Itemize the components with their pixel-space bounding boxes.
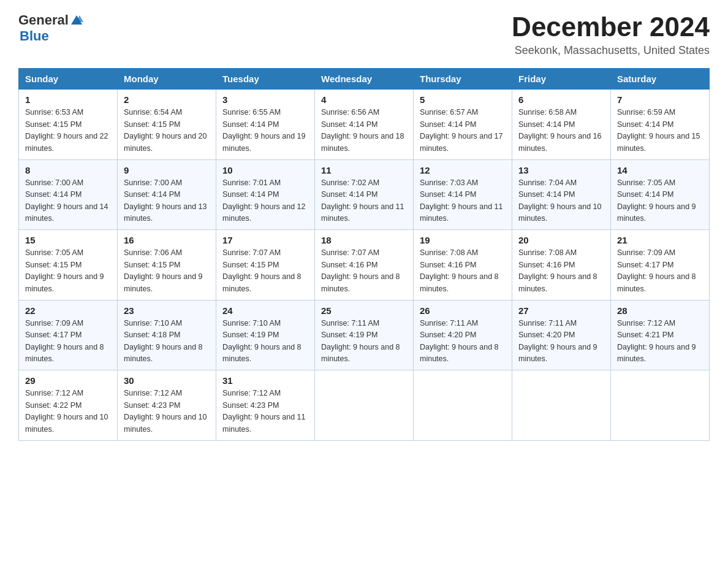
day-number: 27 xyxy=(518,305,604,316)
day-info: Sunrise: 7:11 AMSunset: 4:20 PMDaylight:… xyxy=(420,319,499,363)
day-number: 7 xyxy=(617,94,703,105)
day-info: Sunrise: 7:00 AMSunset: 4:14 PMDaylight:… xyxy=(25,178,108,223)
col-sunday: Sunday xyxy=(19,69,118,90)
day-cell: 6 Sunrise: 6:58 AMSunset: 4:14 PMDayligh… xyxy=(512,90,611,160)
day-info: Sunrise: 6:55 AMSunset: 4:14 PMDaylight:… xyxy=(222,108,306,152)
day-info: Sunrise: 7:05 AMSunset: 4:14 PMDaylight:… xyxy=(617,178,696,223)
day-number: 30 xyxy=(124,375,210,386)
day-info: Sunrise: 7:11 AMSunset: 4:20 PMDaylight:… xyxy=(518,319,597,363)
day-cell: 11 Sunrise: 7:02 AMSunset: 4:14 PMDaylig… xyxy=(315,159,414,230)
day-number: 9 xyxy=(124,165,210,175)
day-cell xyxy=(414,370,512,441)
day-number: 13 xyxy=(518,165,604,175)
day-cell: 18 Sunrise: 7:07 AMSunset: 4:16 PMDaylig… xyxy=(315,230,414,301)
day-info: Sunrise: 7:05 AMSunset: 4:15 PMDaylight:… xyxy=(25,248,104,293)
day-cell: 13 Sunrise: 7:04 AMSunset: 4:14 PMDaylig… xyxy=(512,159,611,230)
col-friday: Friday xyxy=(512,69,611,90)
day-cell: 3 Sunrise: 6:55 AMSunset: 4:14 PMDayligh… xyxy=(216,90,315,160)
day-number: 10 xyxy=(222,165,308,175)
day-info: Sunrise: 7:06 AMSunset: 4:15 PMDaylight:… xyxy=(124,248,203,293)
day-number: 17 xyxy=(222,235,308,245)
day-info: Sunrise: 6:57 AMSunset: 4:14 PMDaylight:… xyxy=(420,108,503,152)
title-section: December 2024 Seekonk, Massachusetts, Un… xyxy=(512,12,710,57)
day-cell: 19 Sunrise: 7:08 AMSunset: 4:16 PMDaylig… xyxy=(414,230,512,301)
week-row-2: 8 Sunrise: 7:00 AMSunset: 4:14 PMDayligh… xyxy=(19,159,710,230)
day-info: Sunrise: 7:11 AMSunset: 4:19 PMDaylight:… xyxy=(321,319,400,363)
day-cell: 14 Sunrise: 7:05 AMSunset: 4:14 PMDaylig… xyxy=(611,159,710,230)
day-info: Sunrise: 7:12 AMSunset: 4:23 PMDaylight:… xyxy=(222,389,306,433)
logo-blue-text: Blue xyxy=(20,28,49,44)
day-number: 28 xyxy=(617,305,703,316)
day-info: Sunrise: 7:09 AMSunset: 4:17 PMDaylight:… xyxy=(25,319,104,363)
day-info: Sunrise: 7:12 AMSunset: 4:21 PMDaylight:… xyxy=(617,319,696,363)
day-number: 22 xyxy=(25,305,111,316)
col-saturday: Saturday xyxy=(611,69,710,90)
day-info: Sunrise: 7:02 AMSunset: 4:14 PMDaylight:… xyxy=(321,178,404,223)
week-row-5: 29 Sunrise: 7:12 AMSunset: 4:22 PMDaylig… xyxy=(19,370,710,441)
day-number: 31 xyxy=(222,375,308,386)
day-cell: 5 Sunrise: 6:57 AMSunset: 4:14 PMDayligh… xyxy=(414,90,512,160)
day-info: Sunrise: 7:01 AMSunset: 4:14 PMDaylight:… xyxy=(222,178,306,223)
day-cell: 22 Sunrise: 7:09 AMSunset: 4:17 PMDaylig… xyxy=(19,300,118,370)
day-cell: 16 Sunrise: 7:06 AMSunset: 4:15 PMDaylig… xyxy=(118,230,216,301)
day-cell: 24 Sunrise: 7:10 AMSunset: 4:19 PMDaylig… xyxy=(216,300,315,370)
logo-icon xyxy=(70,13,83,27)
calendar-table: Sunday Monday Tuesday Wednesday Thursday… xyxy=(18,68,710,441)
day-number: 1 xyxy=(25,94,111,105)
day-cell: 2 Sunrise: 6:54 AMSunset: 4:15 PMDayligh… xyxy=(118,90,216,160)
day-number: 14 xyxy=(617,165,703,175)
day-number: 5 xyxy=(420,94,506,105)
week-row-4: 22 Sunrise: 7:09 AMSunset: 4:17 PMDaylig… xyxy=(19,300,710,370)
day-number: 12 xyxy=(420,165,506,175)
day-info: Sunrise: 7:03 AMSunset: 4:14 PMDaylight:… xyxy=(420,178,503,223)
day-cell: 31 Sunrise: 7:12 AMSunset: 4:23 PMDaylig… xyxy=(216,370,315,441)
day-info: Sunrise: 6:54 AMSunset: 4:15 PMDaylight:… xyxy=(124,108,207,152)
day-cell xyxy=(315,370,414,441)
day-cell: 28 Sunrise: 7:12 AMSunset: 4:21 PMDaylig… xyxy=(611,300,710,370)
day-cell xyxy=(611,370,710,441)
col-thursday: Thursday xyxy=(414,69,512,90)
day-cell: 26 Sunrise: 7:11 AMSunset: 4:20 PMDaylig… xyxy=(414,300,512,370)
location-title: Seekonk, Massachusetts, United States xyxy=(512,44,710,57)
day-number: 20 xyxy=(518,235,604,245)
day-info: Sunrise: 7:08 AMSunset: 4:16 PMDaylight:… xyxy=(420,248,499,293)
day-number: 19 xyxy=(420,235,506,245)
day-number: 11 xyxy=(321,165,407,175)
day-number: 24 xyxy=(222,305,308,316)
col-tuesday: Tuesday xyxy=(216,69,315,90)
day-info: Sunrise: 7:12 AMSunset: 4:23 PMDaylight:… xyxy=(124,389,207,433)
day-info: Sunrise: 7:08 AMSunset: 4:16 PMDaylight:… xyxy=(518,248,597,293)
day-cell: 30 Sunrise: 7:12 AMSunset: 4:23 PMDaylig… xyxy=(118,370,216,441)
day-info: Sunrise: 7:07 AMSunset: 4:15 PMDaylight:… xyxy=(222,248,301,293)
day-info: Sunrise: 6:58 AMSunset: 4:14 PMDaylight:… xyxy=(518,108,602,152)
week-row-1: 1 Sunrise: 6:53 AMSunset: 4:15 PMDayligh… xyxy=(19,90,710,160)
day-cell: 27 Sunrise: 7:11 AMSunset: 4:20 PMDaylig… xyxy=(512,300,611,370)
logo-general-text: General xyxy=(18,12,69,28)
day-number: 21 xyxy=(617,235,703,245)
day-info: Sunrise: 6:59 AMSunset: 4:14 PMDaylight:… xyxy=(617,108,700,152)
col-wednesday: Wednesday xyxy=(315,69,414,90)
day-number: 26 xyxy=(420,305,506,316)
day-cell: 29 Sunrise: 7:12 AMSunset: 4:22 PMDaylig… xyxy=(19,370,118,441)
day-number: 16 xyxy=(124,235,210,245)
day-number: 6 xyxy=(518,94,604,105)
month-title: December 2024 xyxy=(512,12,710,42)
day-number: 15 xyxy=(25,235,111,245)
day-info: Sunrise: 6:56 AMSunset: 4:14 PMDaylight:… xyxy=(321,108,404,152)
day-cell: 7 Sunrise: 6:59 AMSunset: 4:14 PMDayligh… xyxy=(611,90,710,160)
day-info: Sunrise: 7:04 AMSunset: 4:14 PMDaylight:… xyxy=(518,178,602,223)
day-cell: 25 Sunrise: 7:11 AMSunset: 4:19 PMDaylig… xyxy=(315,300,414,370)
page-header: General Blue December 2024 Seekonk, Mass… xyxy=(18,12,710,57)
day-number: 29 xyxy=(25,375,111,386)
day-cell: 1 Sunrise: 6:53 AMSunset: 4:15 PMDayligh… xyxy=(19,90,118,160)
day-number: 18 xyxy=(321,235,407,245)
day-number: 23 xyxy=(124,305,210,316)
day-cell: 10 Sunrise: 7:01 AMSunset: 4:14 PMDaylig… xyxy=(216,159,315,230)
day-cell: 17 Sunrise: 7:07 AMSunset: 4:15 PMDaylig… xyxy=(216,230,315,301)
day-cell: 20 Sunrise: 7:08 AMSunset: 4:16 PMDaylig… xyxy=(512,230,611,301)
week-row-3: 15 Sunrise: 7:05 AMSunset: 4:15 PMDaylig… xyxy=(19,230,710,301)
day-cell: 23 Sunrise: 7:10 AMSunset: 4:18 PMDaylig… xyxy=(118,300,216,370)
day-cell xyxy=(512,370,611,441)
day-cell: 15 Sunrise: 7:05 AMSunset: 4:15 PMDaylig… xyxy=(19,230,118,301)
day-cell: 12 Sunrise: 7:03 AMSunset: 4:14 PMDaylig… xyxy=(414,159,512,230)
